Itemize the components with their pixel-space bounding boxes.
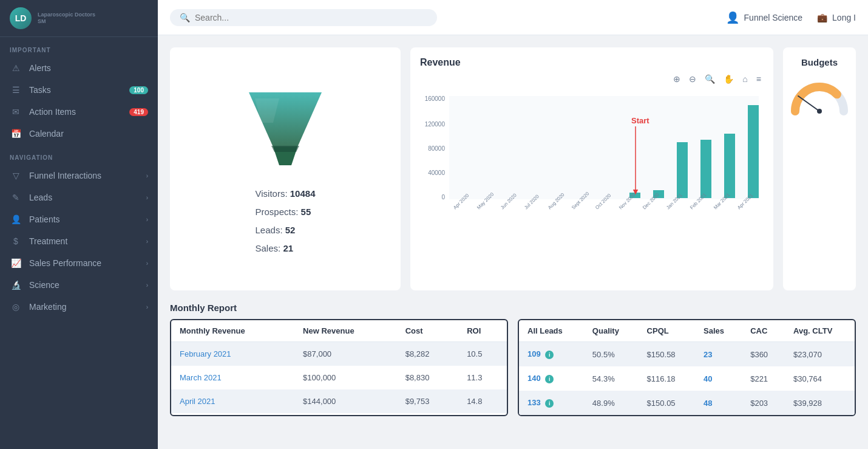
topbar-briefcase[interactable]: 💼 Long I — [817, 13, 856, 22]
zoom-out-button[interactable]: ⊖ — [687, 73, 699, 85]
col-cpql: CPQL — [639, 320, 695, 342]
logo-sub: SM — [38, 18, 95, 25]
leads-row0-cac: $360 — [742, 342, 785, 367]
menu-button[interactable]: ≡ — [754, 73, 764, 85]
home-button[interactable]: ⌂ — [740, 73, 750, 85]
svg-rect-19 — [724, 134, 735, 198]
sidebar-label-funnel: Funnel Interactions — [29, 171, 143, 180]
leads-row1-quality: 54.3% — [584, 366, 639, 391]
chevron-sales: › — [146, 260, 148, 267]
row0-new-revenue: $87,000 — [294, 342, 397, 366]
sidebar-item-tasks[interactable]: ☰ Tasks 100 — [0, 79, 158, 101]
leads-row2-sales: 48 — [695, 391, 742, 415]
action-items-badge: 419 — [129, 108, 148, 116]
leads-row0-sales: 23 — [695, 342, 742, 367]
tasks-badge: 100 — [129, 86, 148, 94]
content-area: Visitors: 10484 Prospects: 55 Leads: 52 … — [158, 35, 868, 449]
col-cac: CAC — [742, 320, 785, 342]
magnify-button[interactable]: 🔍 — [702, 73, 717, 85]
user-label: Funnel Science — [744, 13, 803, 22]
topbar-right: 👤 Funnel Science 💼 Long I — [726, 11, 856, 24]
leads-icon: ✎ — [10, 193, 22, 202]
svg-point-37 — [817, 109, 822, 114]
logo-text: Laparoscopic Doctors SM — [38, 12, 95, 25]
row0-roi: 10.5 — [458, 342, 507, 366]
treatment-icon: $ — [10, 236, 22, 246]
chart-toolbar: ⊕ ⊖ 🔍 ✋ ⌂ ≡ — [420, 73, 764, 85]
svg-text:Start: Start — [631, 116, 649, 125]
sidebar-label-science: Science — [29, 280, 143, 290]
leads-row2-cpql: $150.05 — [639, 391, 695, 415]
sidebar-item-marketing[interactable]: ◎ Marketing › — [0, 296, 158, 318]
svg-text:0: 0 — [818, 116, 821, 117]
col-quality: Quality — [584, 320, 639, 342]
sidebar-item-patients[interactable]: 👤 Patients › — [0, 208, 158, 230]
sidebar-item-alerts[interactable]: ⚠ Alerts — [0, 57, 158, 79]
sidebar-item-sales-performance[interactable]: 📈 Sales Performance › — [0, 252, 158, 274]
top-row: Visitors: 10484 Prospects: 55 Leads: 52 … — [170, 47, 856, 290]
chevron-leads: › — [146, 194, 148, 201]
pan-button[interactable]: ✋ — [721, 73, 736, 85]
chevron-science: › — [146, 282, 148, 289]
row0-month[interactable]: February 2021 — [171, 342, 294, 366]
svg-rect-14 — [449, 96, 759, 199]
funnel-svg — [237, 80, 334, 177]
logo-area: LD Laparoscopic Doctors SM — [0, 0, 158, 37]
info-icon-2[interactable]: i — [545, 399, 554, 408]
bottom-wrapper: Monthly Report Monthly Revenue New Reven… — [170, 303, 856, 416]
zoom-in-button[interactable]: ⊕ — [671, 73, 683, 85]
leads-row2-cltv: $39,928 — [785, 391, 855, 415]
sidebar-item-science[interactable]: 🔬 Science › — [0, 274, 158, 296]
sidebar-item-calendar[interactable]: 📅 Calendar — [0, 123, 158, 145]
row2-month[interactable]: April 2021 — [171, 389, 294, 413]
section-navigation: NAVIGATION — [0, 145, 158, 165]
table-row: 133 i 48.9% $150.05 48 $203 $39,928 — [519, 391, 855, 415]
sidebar-label-patients: Patients — [29, 214, 143, 224]
search-input[interactable] — [195, 13, 427, 22]
sidebar-item-leads[interactable]: ✎ Leads › — [0, 187, 158, 208]
sidebar-item-treatment[interactable]: $ Treatment › — [0, 230, 158, 252]
leads-label: Leads: — [256, 225, 283, 235]
sales-icon: 📈 — [10, 258, 22, 268]
topbar-user[interactable]: 👤 Funnel Science — [726, 11, 803, 24]
briefcase-label: Long I — [832, 13, 856, 22]
sidebar: LD Laparoscopic Doctors SM IMPORTANT ⚠ A… — [0, 0, 158, 449]
revenue-card: Revenue ⊕ ⊖ 🔍 ✋ ⌂ ≡ 160000 120000 80000 — [410, 47, 773, 290]
leads-stat: Leads: 52 — [256, 221, 316, 239]
row1-month[interactable]: March 2021 — [171, 366, 294, 389]
row0-cost: $8,282 — [397, 342, 458, 366]
visitors-value: 10484 — [290, 188, 316, 199]
search-box[interactable]: 🔍 — [170, 9, 437, 26]
monthly-revenue-table: Monthly Revenue New Revenue Cost ROI Feb… — [170, 319, 508, 416]
visitors-stat: Visitors: 10484 — [256, 185, 316, 203]
calendar-icon: 📅 — [10, 129, 22, 139]
funnel-visual — [237, 80, 334, 177]
sidebar-item-funnel-interactions[interactable]: ▽ Funnel Interactions › — [0, 165, 158, 187]
briefcase-icon: 💼 — [817, 13, 827, 22]
main-area: 🔍 👤 Funnel Science 💼 Long I — [158, 0, 868, 449]
col-roi: ROI — [458, 320, 507, 342]
info-icon-1[interactable]: i — [545, 375, 554, 383]
funnel-card: Visitors: 10484 Prospects: 55 Leads: 52 … — [170, 47, 401, 290]
row1-cost: $8,830 — [397, 366, 458, 389]
sidebar-label-tasks: Tasks — [29, 85, 126, 95]
sidebar-label-action-items: Action Items — [29, 107, 126, 117]
sales-stat: Sales: 21 — [256, 239, 316, 258]
chevron-patients: › — [146, 216, 148, 223]
svg-text:0: 0 — [441, 194, 445, 201]
info-icon-0[interactable]: i — [545, 351, 554, 359]
leads-row0-cpql: $150.58 — [639, 342, 695, 367]
section-important: IMPORTANT — [0, 37, 158, 57]
sidebar-item-action-items[interactable]: ✉ Action Items 419 — [0, 101, 158, 123]
leads-row2-quality: 48.9% — [584, 391, 639, 415]
leads-row0-all: 109 i — [519, 342, 584, 367]
chart-area: 160000 120000 80000 40000 0 — [420, 90, 764, 281]
leads-row0-cltv: $23,070 — [785, 342, 855, 367]
table-row: February 2021 $87,000 $8,282 10.5 — [171, 342, 507, 366]
table-row: April 2021 $144,000 $9,753 14.8 — [171, 389, 507, 413]
leads-row1-sales: 40 — [695, 366, 742, 391]
science-icon: 🔬 — [10, 280, 22, 290]
leads-row2-all: 133 i — [519, 391, 584, 415]
leads-row2-cac: $203 — [742, 391, 785, 415]
action-items-icon: ✉ — [10, 107, 22, 117]
